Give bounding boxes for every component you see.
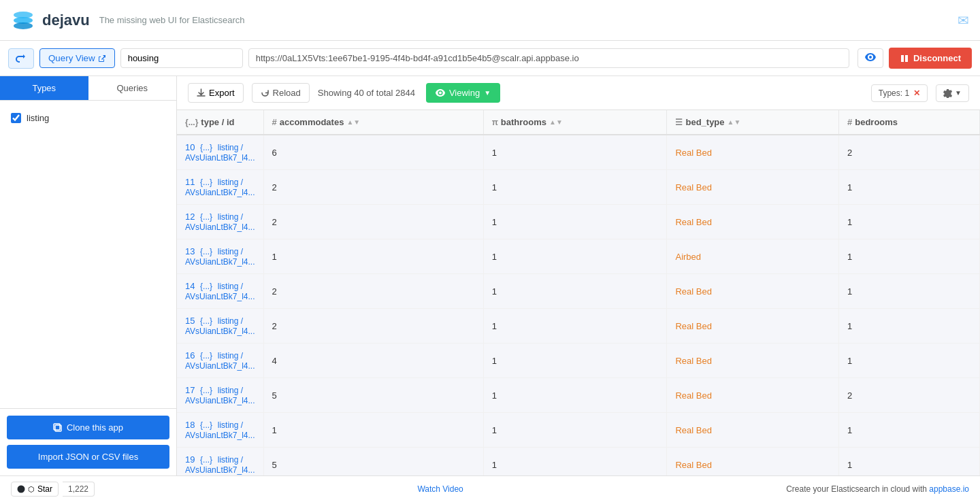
col-title-accommodates[interactable]: accommodates [280,117,344,127]
col-header-bedtype: ☰ bed_type ▲▼ [667,110,839,135]
row-typeid-3[interactable]: listing / AVsUianLtBk7_l4... [185,247,255,267]
tab-types[interactable]: Types [0,76,88,100]
export-button[interactable]: Export [188,83,244,103]
reload-button[interactable]: Reload [252,83,310,103]
row-typeid-5[interactable]: listing / AVsUianLtBk7_l4... [185,316,255,336]
table-container: {...} type / id # accommodates ▲▼ [177,110,980,475]
row-typeid-2[interactable]: listing / AVsUianLtBk7_l4... [185,212,255,232]
footer-right-text: Create your Elasticsearch in cloud with [786,484,929,494]
table-row: 11 {...} listing / AVsUianLtBk7_l4... 2 … [177,170,980,205]
cell-bedtype-5: Real Bed [667,309,839,344]
row-json-8[interactable]: {...} [200,420,212,430]
cell-typeid-0: 10 {...} listing / AVsUianLtBk7_l4... [177,135,263,170]
cell-bedtype-3: Airbed [667,239,839,274]
cell-bedtype-0: Real Bed [667,135,839,170]
col-title-bedtype[interactable]: bed_type [685,117,724,127]
logo: dejavu The missing web UI for Elasticsea… [11,8,245,33]
share-button[interactable] [8,48,34,69]
row-num-4[interactable]: 14 [185,281,195,291]
col-header-bedrooms: # bedrooms [838,110,979,135]
cell-bathrooms-7: 1 [483,378,667,413]
cell-accommodates-0: 6 [263,135,483,170]
table-row: 15 {...} listing / AVsUianLtBk7_l4... 2 … [177,309,980,344]
row-json-0[interactable]: {...} [200,143,212,152]
col-title-bedrooms[interactable]: bedrooms [855,117,898,127]
disconnect-button[interactable]: Disconnect [889,48,972,69]
url-input[interactable] [248,48,849,68]
row-num-6[interactable]: 16 [185,350,195,361]
cell-bathrooms-1: 1 [483,170,667,205]
table-row: 17 {...} listing / AVsUianLtBk7_l4... 5 … [177,378,980,413]
cell-bedrooms-8: 1 [838,413,979,448]
row-typeid-9[interactable]: listing / AVsUianLtBk7_l4... [185,455,255,475]
type-checkbox-listing[interactable] [11,113,21,123]
cell-bedrooms-6: 1 [838,344,979,378]
row-typeid-0[interactable]: listing / AVsUianLtBk7_l4... [185,143,255,163]
main: Types Queries listing Clone this app Imp… [0,76,980,475]
external-link-icon [98,54,106,63]
sidebar-tabs: Types Queries [0,76,176,101]
clone-button[interactable]: Clone this app [7,416,169,439]
cell-bedtype-8: Real Bed [667,413,839,448]
mail-icon: ✉ [958,12,969,29]
row-json-7[interactable]: {...} [200,386,212,395]
cell-bathrooms-3: 1 [483,239,667,274]
cell-typeid-9: 19 {...} listing / AVsUianLtBk7_l4... [177,448,263,476]
row-json-6[interactable]: {...} [200,351,212,361]
gear-button[interactable]: ▼ [936,84,969,102]
star-button[interactable]: ⬡ Star [11,482,59,497]
type-label-listing: listing [27,113,49,123]
eye-button[interactable] [858,48,883,68]
col-title-bathrooms[interactable]: bathrooms [501,117,546,127]
row-typeid-6[interactable]: listing / AVsUianLtBk7_l4... [185,351,255,371]
col-icon-bedrooms: # [847,117,852,127]
cell-typeid-5: 15 {...} listing / AVsUianLtBk7_l4... [177,309,263,344]
cell-bedtype-9: Real Bed [667,448,839,476]
sort-icons-accommodates[interactable]: ▲▼ [346,118,360,126]
row-typeid-1[interactable]: listing / AVsUianLtBk7_l4... [185,178,255,197]
cell-bedrooms-7: 2 [838,378,979,413]
cell-bathrooms-0: 1 [483,135,667,170]
logo-tagline: The missing web UI for Elasticsearch [99,15,245,25]
row-json-4[interactable]: {...} [200,282,212,291]
row-num-7[interactable]: 17 [185,385,195,395]
row-num-9[interactable]: 19 [185,454,195,465]
row-typeid-8[interactable]: listing / AVsUianLtBk7_l4... [185,420,255,440]
sort-icons-bathrooms[interactable]: ▲▼ [549,118,563,126]
export-label: Export [209,88,235,98]
cell-bedrooms-3: 1 [838,239,979,274]
row-json-1[interactable]: {...} [200,178,212,187]
index-input[interactable] [120,48,243,68]
watch-video-link[interactable]: Watch Video [417,484,463,494]
row-json-5[interactable]: {...} [200,316,212,326]
row-json-2[interactable]: {...} [200,212,212,222]
import-button[interactable]: Import JSON or CSV files [7,445,169,469]
col-title-typeid[interactable]: type / id [201,117,234,127]
data-table: {...} type / id # accommodates ▲▼ [177,110,980,475]
header: dejavu The missing web UI for Elasticsea… [0,0,980,41]
cell-accommodates-4: 2 [263,274,483,309]
row-json-9[interactable]: {...} [200,455,212,465]
star-count: 1,222 [63,482,95,497]
col-icon-accommodates: # [272,117,277,127]
row-num-2[interactable]: 12 [185,212,195,222]
row-num-0[interactable]: 10 [185,142,195,152]
types-clear-button[interactable]: ✕ [913,88,920,98]
table-row: 14 {...} listing / AVsUianLtBk7_l4... 2 … [177,274,980,309]
viewing-button[interactable]: Viewing ▼ [426,83,500,103]
query-view-button[interactable]: Query View [39,48,115,68]
row-num-1[interactable]: 11 [185,177,195,187]
row-num-8[interactable]: 18 [185,420,195,430]
col-header-accommodates: # accommodates ▲▼ [263,110,483,135]
row-num-5[interactable]: 15 [185,316,195,326]
cell-bedrooms-1: 1 [838,170,979,205]
tab-queries[interactable]: Queries [88,76,177,100]
appbase-link[interactable]: appbase.io [929,484,969,494]
table-body: 10 {...} listing / AVsUianLtBk7_l4... 6 … [177,135,980,475]
sort-icons-bedtype[interactable]: ▲▼ [728,118,741,126]
row-json-3[interactable]: {...} [200,247,212,256]
cell-bathrooms-9: 1 [483,448,667,476]
row-typeid-7[interactable]: listing / AVsUianLtBk7_l4... [185,386,255,405]
row-num-3[interactable]: 13 [185,246,195,256]
row-typeid-4[interactable]: listing / AVsUianLtBk7_l4... [185,282,255,301]
